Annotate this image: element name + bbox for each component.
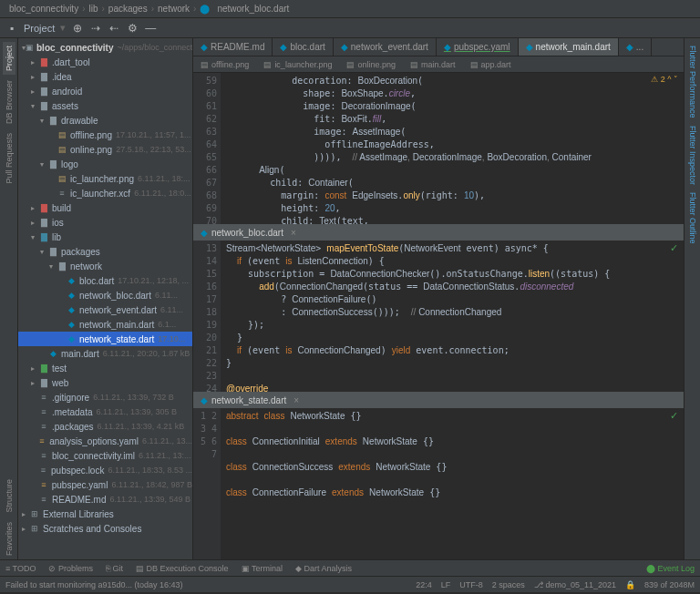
- tree-item[interactable]: ▾▇packages: [18, 244, 192, 259]
- tree-item[interactable]: ≡README.md6.11.21., 13:39, 549 B: [18, 492, 192, 507]
- tree-item[interactable]: ≡.metadata6.11.21., 13:39, 305 B: [18, 405, 192, 419]
- editor-subtab[interactable]: ▤ic_launcher.png: [256, 60, 339, 69]
- tree-item[interactable]: ▸▇web: [18, 375, 192, 390]
- git-branch[interactable]: ⎇ demo_05_11_2021: [534, 580, 616, 589]
- project-toolbar: ▪ Project ▾ ⊕ ⇢ ⇠ ⚙ —: [0, 18, 700, 38]
- select-opened-icon[interactable]: ⊕: [71, 22, 84, 35]
- tree-item[interactable]: ▸⊞External Libraries: [18, 507, 192, 521]
- tree-root[interactable]: ▾▣bloc_connectivity~/apps/bloc_connectiv…: [18, 40, 192, 55]
- collapse-icon[interactable]: ⇠: [108, 22, 120, 35]
- analysis-ok-icon: ✓: [670, 242, 678, 254]
- tab-flutter-perf[interactable]: Flutter Performance: [686, 42, 699, 122]
- tree-item[interactable]: ▾▇logo: [18, 157, 192, 171]
- tool-git[interactable]: ⎘ Git: [106, 564, 123, 573]
- tool-problems[interactable]: ⊘ Problems: [48, 564, 93, 573]
- editor-subtabs[interactable]: ▤offline.png▤ic_launcher.png▤online.png▤…: [193, 56, 684, 73]
- tab-pull-requests[interactable]: Pull Requests: [3, 129, 15, 188]
- line-ending[interactable]: LF: [441, 580, 451, 589]
- split-tab-3[interactable]: ◆network_state.dart×: [193, 392, 684, 408]
- editor-tab[interactable]: ◆pubspec.yaml: [437, 38, 519, 56]
- editor-subtab[interactable]: ▤offline.png: [193, 60, 256, 69]
- project-label[interactable]: Project: [24, 23, 55, 34]
- tree-item[interactable]: ≡.gitignore6.11.21., 13:39, 732 B: [18, 390, 192, 405]
- editor-subtab[interactable]: ▤online.png: [339, 60, 403, 69]
- tree-item[interactable]: ▤ic_launcher.png6.11.21., 18:...: [18, 171, 192, 186]
- tree-item[interactable]: ▸▇.dart_tool: [18, 55, 192, 69]
- tree-item[interactable]: ▤online.png27.5.18., 22:13, 53...: [18, 142, 192, 157]
- lock-icon[interactable]: 🔒: [625, 580, 635, 589]
- tool-terminal[interactable]: ▣ Terminal: [242, 564, 283, 573]
- caret-pos[interactable]: 22:4: [416, 580, 432, 589]
- breadcrumb-bar: bloc_connectivity› lib› packages› networ…: [0, 0, 700, 18]
- tree-item[interactable]: ◆network_event.dart6.11...: [18, 302, 192, 317]
- editor-subtab[interactable]: ▤app.dart: [463, 60, 519, 69]
- code-pane-2[interactable]: Stream<NetworkState> mapEventToState(Net…: [221, 241, 684, 392]
- tab-structure[interactable]: Structure: [3, 476, 15, 517]
- project-panel: ▾▣bloc_connectivity~/apps/bloc_connectiv…: [18, 38, 193, 559]
- expand-icon[interactable]: ⇢: [89, 22, 102, 35]
- tab-flutter-inspector[interactable]: Flutter Inspector: [686, 122, 699, 189]
- tree-item[interactable]: ▾▇assets: [18, 98, 192, 113]
- tool-todo[interactable]: ≡ TODO: [5, 564, 36, 573]
- project-tree[interactable]: ▾▣bloc_connectivity~/apps/bloc_connectiv…: [18, 38, 192, 559]
- encoding[interactable]: UTF-8: [459, 580, 483, 589]
- project-dropdown[interactable]: ▪: [5, 22, 18, 35]
- tree-item[interactable]: ▾▇drawable: [18, 113, 192, 128]
- tool-dart[interactable]: ◆ Dart Analysis: [295, 564, 352, 573]
- editor-tab[interactable]: ◆network_main.dart: [519, 38, 619, 56]
- tool-db[interactable]: ▤ DB Execution Console: [136, 564, 229, 573]
- tree-item[interactable]: ◆network_main.dart6.1...: [18, 317, 192, 332]
- tree-item[interactable]: ≡pubspec.lock6.11.21., 18:33, 8.53 ...: [18, 463, 192, 477]
- tree-item[interactable]: ◆network_state.dart17.10...: [18, 332, 192, 346]
- tree-item[interactable]: ▾▇lib: [18, 230, 192, 244]
- gutter-2: 13 14 15 16 17 18 19 20 21 22 23 24 25 2…: [193, 241, 221, 392]
- tree-item[interactable]: ▸▇ios: [18, 215, 192, 230]
- tree-item[interactable]: ◆main.dart6.11.21., 20:20, 1.87 kB: [18, 346, 192, 361]
- memory[interactable]: 839 of 2048M: [644, 580, 695, 589]
- editor-tab[interactable]: ◆...: [619, 38, 652, 56]
- tab-favorites[interactable]: Favorites: [3, 518, 15, 559]
- tree-item[interactable]: ▸▇build: [18, 200, 192, 215]
- editor-tab[interactable]: ◆bloc.dart: [273, 38, 333, 56]
- split-tab-2[interactable]: ◆network_bloc.dart×: [193, 224, 684, 241]
- tab-flutter-outline[interactable]: Flutter Outline: [686, 189, 699, 248]
- tree-item[interactable]: ≡.packages6.11.21., 13:39, 4.21 kB: [18, 419, 192, 434]
- editor-tab[interactable]: ◆network_event.dart: [334, 38, 437, 56]
- tree-item[interactable]: ▸⊞Scratches and Consoles: [18, 521, 192, 536]
- warnings-badge[interactable]: ⚠ 2 ^ ˅: [651, 75, 678, 84]
- hide-icon[interactable]: —: [144, 22, 157, 35]
- tree-item[interactable]: ≡analysis_options.yaml6.11.21., 13...: [18, 434, 192, 448]
- tree-item[interactable]: ▸▇test: [18, 361, 192, 375]
- gutter-3: 1 2 3 4 5 6 7: [193, 408, 221, 559]
- tree-item[interactable]: ▾▇network: [18, 259, 192, 273]
- tree-item[interactable]: ▸▇.idea: [18, 69, 192, 84]
- editor-subtab[interactable]: ▤main.dart: [403, 60, 463, 69]
- editor-tabs[interactable]: ◆README.md◆bloc.dart◆network_event.dart◆…: [193, 38, 684, 56]
- tree-item[interactable]: ▤offline.png17.10.21., 11:57, 1...: [18, 128, 192, 142]
- settings-icon[interactable]: ⚙: [126, 22, 139, 35]
- tree-item[interactable]: ▸▇android: [18, 84, 192, 98]
- status-bar: Failed to start monitoring a915d0... (to…: [0, 576, 700, 592]
- tab-db-browser[interactable]: DB Browser: [3, 77, 15, 128]
- tree-item[interactable]: ≡pubspec.yaml6.11.21., 18:42, 987 B: [18, 477, 192, 492]
- gutter-1: 59 60 61 62 63 64 65 66 67 68 69 70 71: [193, 73, 221, 224]
- status-message: Failed to start monitoring a915d0... (to…: [5, 580, 183, 589]
- tab-project[interactable]: Project: [3, 42, 15, 75]
- tree-item[interactable]: ≡bloc_connectivity.iml6.11.21., 13:...: [18, 448, 192, 463]
- right-sidebar: Flutter Performance Flutter Inspector Fl…: [684, 38, 700, 559]
- event-log[interactable]: ⬤ Event Log: [646, 564, 695, 573]
- left-sidebar: Project DB Browser Pull Requests Structu…: [0, 38, 18, 559]
- analysis-ok-icon: ✓: [670, 410, 678, 422]
- indent[interactable]: 2 spaces: [492, 580, 525, 589]
- tree-item[interactable]: ≡ic_launcher.xcf6.11.21., 18:0...: [18, 186, 192, 200]
- toolwindow-bar: ≡ TODO ⊘ Problems ⎘ Git ▤ DB Execution C…: [0, 559, 700, 576]
- tree-item[interactable]: ◆bloc.dart17.10.21., 12:18, ...: [18, 273, 192, 288]
- tree-item[interactable]: ◆network_bloc.dart6.11...: [18, 288, 192, 302]
- editor-tab[interactable]: ◆README.md: [193, 38, 273, 56]
- code-pane-3[interactable]: abstract class NetworkState {} class Con…: [221, 408, 684, 559]
- code-pane-1[interactable]: decoration: BoxDecoration( shape: BoxSha…: [221, 73, 684, 224]
- editor-area: ◆README.md◆bloc.dart◆network_event.dart◆…: [193, 38, 684, 559]
